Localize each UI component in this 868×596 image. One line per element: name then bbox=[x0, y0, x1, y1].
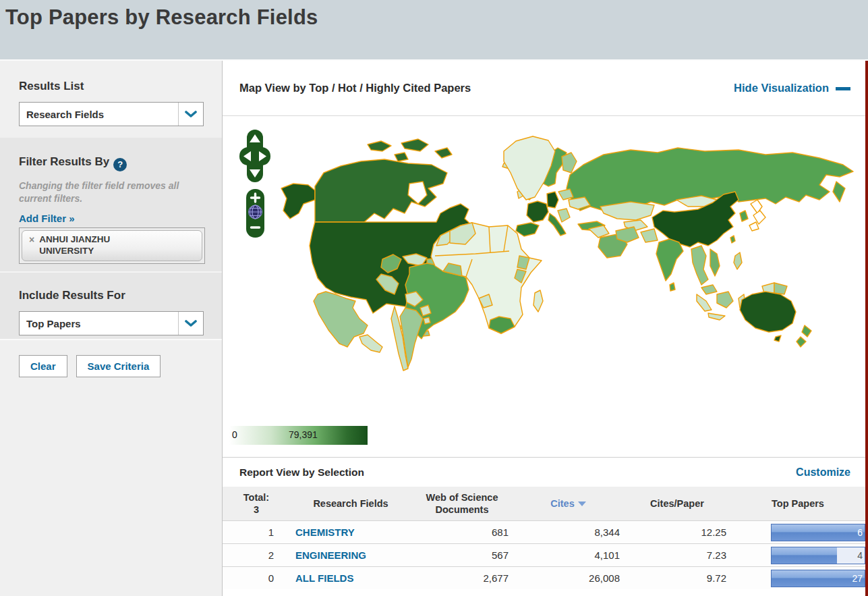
row-docs: 2,677 bbox=[411, 572, 513, 584]
include-results-section: Include Results For Top Papers bbox=[0, 271, 222, 339]
column-wos-documents[interactable]: Web of Science Documents bbox=[411, 491, 513, 516]
sidebar: Results List Research Fields Filter Resu… bbox=[0, 61, 223, 596]
filter-chip[interactable]: × ANHUI JIANZHU UNIVERSITY bbox=[22, 230, 202, 261]
row-field: ALL FIELDS bbox=[290, 572, 411, 584]
remove-filter-icon[interactable]: × bbox=[29, 234, 34, 245]
filter-chip-box: × ANHUI JIANZHU UNIVERSITY bbox=[19, 227, 205, 264]
globe-icon bbox=[249, 205, 262, 219]
column-cites-sorted[interactable]: Cites bbox=[513, 497, 624, 510]
chevron-down-icon bbox=[178, 103, 203, 126]
minus-icon bbox=[836, 87, 850, 90]
map-region: 0 79,391 bbox=[223, 116, 865, 457]
country-germany bbox=[547, 192, 558, 208]
hide-visualization-link[interactable]: Hide Visualization bbox=[734, 82, 850, 94]
include-results-heading: Include Results For bbox=[19, 289, 203, 302]
table-header-row: Total: 3 Research Fields Web of Science … bbox=[223, 487, 865, 520]
results-list-heading: Results List bbox=[19, 80, 203, 93]
row-cites-per-paper: 12.25 bbox=[624, 526, 730, 538]
country-australia bbox=[740, 292, 796, 332]
zoom-control bbox=[246, 189, 264, 238]
country-south-africa bbox=[489, 317, 515, 333]
table-row: 2 ENGINEERING 567 4,101 7.23 4 bbox=[223, 543, 865, 566]
field-link[interactable]: CHEMISTRY bbox=[295, 526, 355, 538]
map-panel-header: Map View by Top / Hot / Highly Cited Pap… bbox=[223, 61, 865, 116]
actions-section: Clear Save Criteria bbox=[0, 339, 222, 596]
filter-section: Filter Results By? Changing the filter f… bbox=[0, 138, 222, 271]
row-field: ENGINEERING bbox=[290, 549, 411, 561]
legend-max-label: 79,391 bbox=[289, 429, 318, 440]
sort-descending-icon bbox=[578, 502, 586, 506]
country-greenland bbox=[504, 136, 555, 200]
table-row: 1 CHEMISTRY 681 8,344 12.25 6 bbox=[223, 520, 865, 543]
row-cites-per-paper: 9.72 bbox=[624, 572, 730, 584]
field-link[interactable]: ENGINEERING bbox=[295, 549, 366, 561]
save-criteria-button[interactable]: Save Criteria bbox=[76, 355, 161, 377]
country-alaska bbox=[281, 184, 315, 219]
country-india bbox=[656, 239, 683, 281]
page-header: Top Papers by Research Fields bbox=[0, 0, 868, 59]
column-research-fields[interactable]: Research Fields bbox=[290, 497, 411, 510]
clear-button[interactable]: Clear bbox=[19, 355, 67, 377]
customize-link[interactable]: Customize bbox=[796, 466, 850, 479]
filter-chip-label: ANHUI JIANZHU UNIVERSITY bbox=[39, 234, 161, 256]
include-results-dropdown[interactable]: Top Papers bbox=[19, 311, 204, 335]
page-title: Top Papers by Research Fields bbox=[5, 5, 868, 30]
top-papers-bar: 27 bbox=[771, 570, 865, 587]
top-papers-value: 6 bbox=[857, 527, 863, 538]
main-content: Map View by Top / Hot / Highly Cited Pap… bbox=[223, 61, 865, 596]
row-docs: 681 bbox=[411, 526, 513, 538]
column-cites-per-paper[interactable]: Cites/Paper bbox=[624, 497, 730, 510]
row-rank: 1 bbox=[223, 526, 290, 538]
results-list-dropdown[interactable]: Research Fields bbox=[19, 102, 204, 126]
table-row: 0 ALL FIELDS 2,677 26,008 9.72 27 bbox=[223, 566, 865, 589]
include-results-dropdown-value: Top Papers bbox=[20, 318, 178, 329]
map-color-legend: 0 79,391 bbox=[229, 426, 368, 445]
row-cites: 8,344 bbox=[513, 526, 624, 538]
row-cites: 4,101 bbox=[513, 549, 624, 561]
top-papers-value: 27 bbox=[852, 573, 863, 584]
report-header: Report View by Selection Customize bbox=[223, 457, 865, 487]
field-link[interactable]: ALL FIELDS bbox=[295, 572, 353, 584]
right-edge-strip bbox=[865, 61, 868, 596]
results-list-dropdown-value: Research Fields bbox=[20, 109, 178, 120]
filter-note: Changing the filter field removes all cu… bbox=[19, 180, 208, 205]
country-mexico bbox=[314, 292, 368, 347]
map-controls bbox=[239, 130, 270, 240]
row-cites-per-paper: 7.23 bbox=[624, 549, 730, 561]
filter-heading: Filter Results By bbox=[19, 155, 109, 168]
map-view-title: Map View by Top / Hot / Highly Cited Pap… bbox=[239, 82, 734, 94]
column-total: Total: 3 bbox=[223, 491, 290, 516]
report-view-title: Report View by Selection bbox=[239, 466, 796, 479]
row-field: CHEMISTRY bbox=[290, 526, 411, 538]
report-table: Total: 3 Research Fields Web of Science … bbox=[223, 487, 865, 589]
row-rank: 2 bbox=[223, 549, 290, 561]
results-list-section: Results List Research Fields bbox=[0, 61, 222, 138]
legend-min-label: 0 bbox=[232, 429, 237, 440]
country-spain bbox=[516, 223, 539, 236]
row-docs: 567 bbox=[411, 549, 513, 561]
country-canada bbox=[315, 159, 447, 222]
chevron-down-icon bbox=[178, 312, 203, 335]
top-papers-value: 4 bbox=[857, 550, 863, 561]
column-top-papers[interactable]: Top Papers bbox=[730, 497, 865, 510]
row-cites: 26,008 bbox=[513, 572, 624, 584]
row-rank: 0 bbox=[223, 572, 290, 584]
top-papers-bar: 4 bbox=[771, 547, 865, 564]
pan-control bbox=[239, 130, 270, 182]
world-map[interactable] bbox=[266, 124, 860, 384]
top-papers-bar: 6 bbox=[771, 524, 865, 541]
add-filter-link[interactable]: Add Filter » bbox=[19, 213, 75, 224]
help-question-icon[interactable]: ? bbox=[113, 158, 127, 171]
country-france bbox=[527, 201, 548, 222]
